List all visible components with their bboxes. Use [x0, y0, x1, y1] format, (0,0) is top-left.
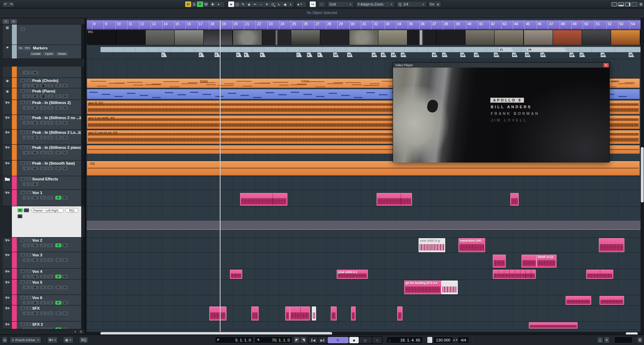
track-row-peak-piano[interactable]: ◉7msPeak (Piano)●◀▦1RW — [3, 88, 86, 100]
track-row-sfx-2[interactable]: 20msSFX 2●◀e∞RW — [3, 322, 86, 329]
record-enable-button[interactable]: ● — [22, 301, 30, 305]
record-enable-button[interactable]: ● — [22, 182, 30, 186]
track-row-partial-track[interactable]: ●◀ — [3, 67, 86, 78]
clip[interactable] — [230, 270, 242, 279]
read-automation-button[interactable]: R — [55, 121, 61, 125]
edit-channel-button[interactable]: e — [40, 311, 46, 315]
glue-tool-icon[interactable]: ⌣ — [258, 1, 264, 7]
add-marker-button[interactable]: T+ — [18, 46, 23, 50]
video-player-titlebar[interactable]: Video Player x — [393, 63, 609, 68]
clip[interactable] — [251, 306, 259, 320]
add-cycle-marker-button[interactable]: TT+ — [24, 46, 31, 50]
window-zone-left-icon[interactable] — [612, 2, 617, 6]
mute-button[interactable]: m — [20, 145, 26, 149]
clip-your-orbit-is-g[interactable]: your orbit is g — [419, 238, 445, 252]
solo-button[interactable]: s — [26, 145, 31, 149]
edit-channel-button[interactable]: e — [40, 196, 46, 200]
marker-16[interactable]: 16 — [432, 53, 438, 57]
solo-button[interactable]: s — [26, 89, 31, 93]
object-selection-tool-icon[interactable]: ➤ — [228, 1, 234, 7]
marker-cycle-button[interactable]: Cycle — [43, 52, 55, 56]
marker-28[interactable]: 28 — [601, 53, 606, 57]
read-automation-button[interactable]: R — [55, 106, 61, 110]
read-automation-button[interactable]: R — [55, 301, 61, 305]
marker-20[interactable]: 20 — [494, 53, 499, 57]
time-signature-field[interactable]: 4/4 — [458, 337, 469, 343]
automation-r-button[interactable]: R — [197, 1, 203, 7]
edit-channel-button[interactable]: e — [40, 275, 46, 278]
record-enable-button[interactable]: ● — [22, 243, 30, 247]
clip-your-orbit-is-[interactable]: your orbit is ( — [337, 270, 368, 279]
marker-26[interactable]: 26 — [569, 53, 575, 57]
edit-channel-button[interactable]: e — [40, 136, 46, 139]
mute-button[interactable]: m — [20, 89, 26, 93]
mute-button[interactable]: m — [20, 177, 26, 181]
metronome-icon[interactable]: △ — [597, 337, 603, 343]
add-track-button[interactable]: + — [3, 19, 9, 24]
read-automation-button[interactable]: R — [55, 311, 61, 315]
monitor-button[interactable]: ◀ — [31, 275, 38, 278]
clip[interactable] — [351, 306, 356, 320]
window-setup-icon[interactable] — [632, 2, 637, 6]
marker-5[interactable]: 5 — [244, 53, 250, 57]
channel-button[interactable]: 1 — [48, 94, 53, 98]
marker-23[interactable]: 23 — [525, 53, 531, 57]
record-enable-button[interactable]: ● — [22, 84, 30, 88]
monitor-button[interactable]: ◀ — [31, 94, 38, 98]
clip[interactable] — [441, 281, 458, 294]
mute-button[interactable]: m — [20, 253, 26, 257]
mute-button[interactable]: m — [20, 322, 26, 326]
transport-gear-icon[interactable]: ⚙ — [637, 337, 643, 343]
marker-17[interactable]: 17 — [442, 53, 448, 57]
automation-s-button[interactable]: S — [191, 1, 197, 7]
monitor-button[interactable]: ◀ — [31, 285, 38, 289]
marker-1[interactable]: 1 — [161, 53, 167, 57]
tempo-field[interactable]: 130.000 — [433, 337, 453, 343]
automation-write-button[interactable]: W — [24, 208, 29, 212]
draw-tool-icon[interactable]: ✎ — [240, 1, 246, 7]
stereo-status-icon[interactable]: ∞ — [47, 196, 53, 200]
mute-tool-icon[interactable]: ✕ — [264, 1, 270, 7]
marker-zoom-button[interactable]: Zoom — [56, 52, 68, 56]
solo-button[interactable]: s — [26, 191, 31, 194]
record-enable-button[interactable]: ● — [22, 258, 30, 262]
solo-button[interactable]: s — [26, 78, 31, 82]
mute-button[interactable]: m — [20, 101, 26, 104]
mute-button[interactable]: m — [20, 116, 26, 119]
go-next-marker-button[interactable]: ▶ — [318, 337, 327, 343]
write-automation-button[interactable]: W — [62, 258, 68, 262]
position-display[interactable]: ♩18. 1. 4. 65 — [386, 337, 423, 343]
toolbar-gear-icon[interactable]: ⚙ — [638, 1, 644, 7]
edit-channel-button[interactable]: e — [40, 258, 46, 262]
video-player-close-button[interactable]: x — [603, 63, 609, 67]
clip[interactable] — [599, 238, 624, 252]
monitor-button[interactable]: ◀ — [31, 258, 38, 262]
clip[interactable] — [331, 306, 337, 320]
edit-channel-button[interactable]: e — [40, 301, 46, 305]
record-enable-button[interactable]: ● — [22, 196, 30, 200]
write-automation-button[interactable]: W — [62, 121, 68, 125]
clip[interactable] — [522, 255, 537, 268]
track-row-peak-chords[interactable]: ◉6msPeak (Chords)●◀▦1RW — [3, 78, 86, 88]
play-button[interactable]: ▷ — [359, 337, 372, 343]
sync-icon[interactable]: e — [604, 337, 610, 343]
right-locator-field[interactable]: ◥70. 1. 1. 0 — [254, 337, 292, 343]
track-row-vox-3[interactable]: 15msVox 3●◀e∞RW — [3, 252, 86, 269]
drum-map-button[interactable]: ▦ — [40, 94, 47, 98]
audio-record-mode-icon[interactable]: ▼ — [47, 337, 58, 343]
write-automation-button[interactable]: W — [62, 196, 68, 200]
clip[interactable] — [493, 270, 536, 279]
collapse-icon[interactable]: ▾ — [74, 330, 76, 333]
track-row-stillness-2-lo-b[interactable]: 10msPeak - In (Stillness 2 Lo...b)●◀e∞RW — [3, 130, 86, 145]
split-tool-icon[interactable]: ✂ — [252, 1, 258, 7]
clip-separation-441[interactable]: separation (441 — [458, 238, 485, 252]
track-row-smooth-saw[interactable]: 12msPeak - In (Smooth Saw)●◀e∞RW — [3, 160, 86, 176]
solo-button[interactable]: s — [26, 177, 31, 181]
monitor-button[interactable]: ◀ — [31, 136, 38, 139]
track-presets-dropdown-icon[interactable]: ▼ — [10, 19, 17, 24]
quantize-select[interactable]: Q 1/4▼ — [397, 1, 426, 7]
marker-22[interactable]: 22 — [512, 53, 518, 57]
edit-channel-button[interactable]: e — [40, 106, 46, 110]
marker-13[interactable]: 13 — [381, 53, 386, 57]
read-automation-button[interactable]: R — [55, 285, 61, 289]
